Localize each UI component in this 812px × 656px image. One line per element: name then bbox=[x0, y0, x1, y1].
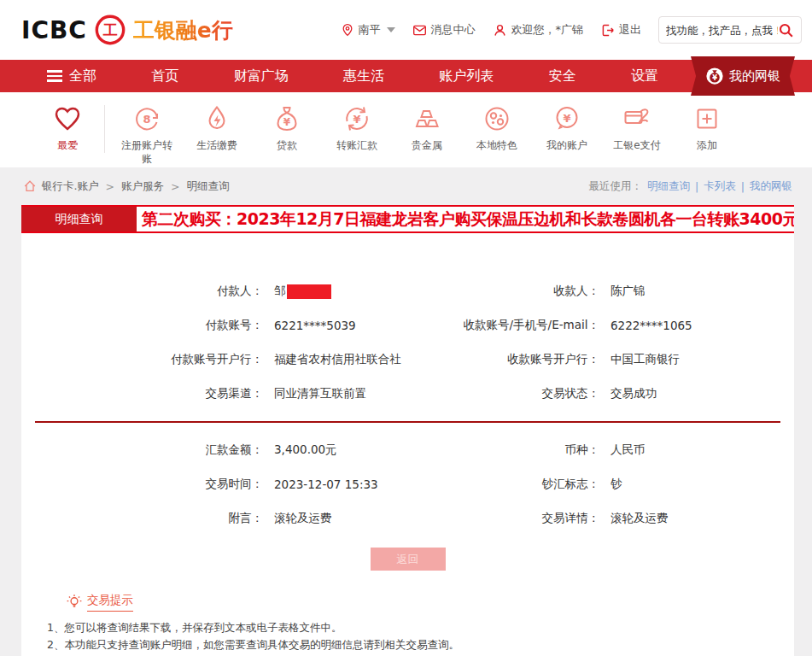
quick-item-transfer-remit[interactable]: ¥ 转账汇款 bbox=[322, 103, 392, 153]
my-ebank-label: 我的网银 bbox=[729, 68, 780, 85]
breadcrumb-item[interactable]: 账户服务 bbox=[121, 179, 164, 194]
nav-item-settings[interactable]: 设置 bbox=[631, 67, 658, 85]
field-label: 收款账号/手机号/E-mail： bbox=[427, 318, 599, 333]
detail-row-time-cashflag: 交易时间： 2023-12-07 15:33 钞汇标志： 钞 bbox=[21, 467, 794, 501]
svg-text:¥: ¥ bbox=[712, 73, 717, 82]
svg-text:¥: ¥ bbox=[563, 112, 570, 125]
memo-value: 滚轮及运费 bbox=[263, 511, 332, 526]
quick-item-label: 生活缴费 bbox=[196, 139, 237, 153]
quick-item-label: 添加 bbox=[697, 139, 717, 153]
channel-value: 同业清算互联前置 bbox=[263, 386, 366, 401]
local-features-icon bbox=[482, 103, 512, 134]
detail-row-channel-status: 交易渠道： 同业清算互联前置 交易状态： 交易成功 bbox=[21, 377, 794, 411]
quick-item-label: 最爱 bbox=[57, 139, 78, 153]
recent-link-detail-query[interactable]: 明细查询 bbox=[647, 179, 690, 194]
quick-item-precious-metals[interactable]: 贵金属 bbox=[392, 103, 462, 153]
payee-value: 陈广锦 bbox=[599, 284, 646, 299]
quick-item-loan[interactable]: ¥ 贷款 bbox=[252, 103, 322, 153]
breadcrumb-item-current: 明细查询 bbox=[186, 179, 229, 194]
message-center-label: 消息中心 bbox=[431, 22, 476, 38]
my-ebank-tab[interactable]: ¥ 我的网银 bbox=[691, 56, 795, 96]
loan-icon: ¥ bbox=[272, 103, 302, 134]
quick-item-label: 贵金属 bbox=[412, 139, 442, 153]
location-label: 南平 bbox=[359, 22, 381, 38]
detail-row-memo-detail: 附言： 滚轮及运费 交易详情： 滚轮及运费 bbox=[21, 501, 794, 536]
welcome-user[interactable]: 欢迎您，*广锦 bbox=[493, 22, 584, 38]
quick-item-add[interactable]: 添加 bbox=[672, 103, 742, 153]
quick-item-label: 注册账户转账 bbox=[120, 139, 174, 166]
lightbulb-icon bbox=[66, 594, 83, 611]
quick-item-label: 我的账户 bbox=[546, 139, 587, 153]
detail-row-amount-currency: 汇款金额： 3,400.00元 币种： 人民币 bbox=[21, 433, 794, 467]
breadcrumb-separator: > bbox=[171, 180, 179, 193]
quick-access-bar: 最爱 8 注册账户转账 生活缴费 ¥ 贷款 ¥ 转账汇款 贵金属 本地特色 bbox=[0, 92, 812, 167]
nav-item-home[interactable]: 首页 bbox=[151, 67, 178, 85]
nav-item-account-list[interactable]: 账户列表 bbox=[439, 67, 494, 85]
quick-item-my-account[interactable]: ¥ 我的账户 bbox=[532, 103, 602, 153]
field-label: 付款账号开户行： bbox=[21, 352, 263, 367]
chevron-down-icon bbox=[387, 27, 395, 32]
detail-row-payer-payee: 付款人： 邹 收款人： 陈广锦 bbox=[21, 274, 794, 308]
heart-icon bbox=[52, 103, 83, 134]
detail-row-banks: 付款账号开户行： 福建省农村信用社联合社 收款账号开户行： 中国工商银行 bbox=[21, 343, 794, 377]
tips-title: 交易提示 bbox=[87, 593, 133, 612]
tip-item: 2、本功能只支持查询账户明细，如您需要查询具体交易的明细信息请到相关交易查询。 bbox=[47, 636, 777, 653]
icbc-logo-cn: 工银融e行 bbox=[133, 16, 233, 44]
recent-link-card-list[interactable]: 卡列表 bbox=[704, 179, 736, 194]
annotation-banner: 第二次购买：2023年12月7日福建龙岩客户购买保温压边机和长款卷圆机各一台转账… bbox=[137, 207, 794, 231]
top-header: ICBC 工 工银融e行 南平 消息中心 欢迎您，*广锦 bbox=[0, 0, 812, 60]
quick-item-epay[interactable]: 工银e支付 bbox=[602, 103, 672, 153]
recently-used-label: 最近使用： bbox=[589, 179, 643, 194]
payee-bank-value: 中国工商银行 bbox=[599, 352, 680, 367]
register-transfer-icon: 8 bbox=[131, 103, 162, 134]
epay-icon bbox=[622, 103, 652, 134]
icbc-logo: ICBC 工 工银融e行 bbox=[21, 14, 233, 46]
transaction-detail-value: 滚轮及运费 bbox=[599, 511, 669, 526]
svg-text:8: 8 bbox=[143, 113, 150, 126]
tip-item: 1、您可以将查询结果下载，并保存到文本或电子表格文件中。 bbox=[47, 619, 777, 636]
breadcrumb-row: 银行卡.账户 > 账户服务 > 明细查询 最近使用： 明细查询 | 卡列表 | … bbox=[0, 167, 812, 205]
cash-flag-value: 钞 bbox=[599, 477, 622, 492]
home-icon[interactable] bbox=[23, 179, 37, 193]
nav-item-all-label: 全部 bbox=[69, 67, 96, 85]
quick-item-local-features[interactable]: 本地特色 bbox=[462, 103, 532, 153]
breadcrumb-item[interactable]: 银行卡.账户 bbox=[42, 179, 98, 194]
logout-button[interactable]: 退出 bbox=[600, 22, 641, 38]
nav-item-security[interactable]: 安全 bbox=[549, 67, 576, 85]
transaction-tips: 交易提示 1、您可以将查询结果下载，并保存到文本或电子表格文件中。 2、本功能只… bbox=[21, 593, 794, 656]
field-label: 收款人： bbox=[427, 284, 599, 299]
field-label: 汇款金额： bbox=[21, 442, 263, 458]
breadcrumb: 银行卡.账户 > 账户服务 > 明细查询 bbox=[23, 179, 229, 194]
location-selector[interactable]: 南平 bbox=[341, 22, 395, 38]
field-label: 交易状态： bbox=[427, 386, 599, 401]
search-input[interactable] bbox=[666, 24, 778, 37]
nav-item-wealth-plaza[interactable]: 财富广场 bbox=[234, 67, 289, 85]
nav-item-all[interactable]: 全部 bbox=[47, 67, 96, 85]
field-label: 钞汇标志： bbox=[427, 477, 599, 492]
time-value: 2023-12-07 15:33 bbox=[263, 477, 378, 491]
svg-text:¥: ¥ bbox=[283, 116, 291, 128]
quick-item-register-transfer[interactable]: 8 注册账户转账 bbox=[112, 103, 182, 166]
back-button[interactable]: 返回 bbox=[371, 548, 446, 571]
add-icon bbox=[692, 103, 722, 134]
quick-item-favorites[interactable]: 最爱 bbox=[32, 103, 102, 153]
icbc-logo-text: ICBC bbox=[21, 16, 87, 44]
main-nav: 全部 首页 财富广场 惠生活 账户列表 安全 设置 ¥ 我的网银 bbox=[0, 60, 812, 92]
message-center-link[interactable]: 消息中心 bbox=[412, 22, 476, 38]
field-label: 付款人： bbox=[21, 284, 263, 299]
tab-detail-query[interactable]: 明细查询 bbox=[21, 207, 137, 231]
quick-item-life-payment[interactable]: 生活缴费 bbox=[182, 103, 252, 153]
recent-link-my-ebank[interactable]: 我的网银 bbox=[750, 179, 792, 194]
currency-value: 人民币 bbox=[599, 442, 646, 458]
amount-value: 3,400.00元 bbox=[263, 442, 337, 458]
redaction-block bbox=[287, 284, 331, 299]
nav-item-life[interactable]: 惠生活 bbox=[343, 67, 384, 85]
search-icon[interactable] bbox=[778, 22, 794, 38]
panel-header: 明细查询 第二次购买：2023年12月7日福建龙岩客户购买保温压边机和长款卷圆机… bbox=[21, 205, 794, 233]
field-label: 付款账号： bbox=[21, 318, 263, 333]
moneybag-icon: ¥ bbox=[705, 67, 724, 85]
detail-row-accounts: 付款账号： 6221****5039 收款账号/手机号/E-mail： 6222… bbox=[21, 308, 794, 343]
payer-account-value: 6221****5039 bbox=[263, 319, 356, 332]
details-bottom-section: 汇款金额： 3,400.00元 币种： 人民币 交易时间： 2023-12-07… bbox=[21, 433, 794, 536]
svg-text:工: 工 bbox=[102, 21, 117, 38]
